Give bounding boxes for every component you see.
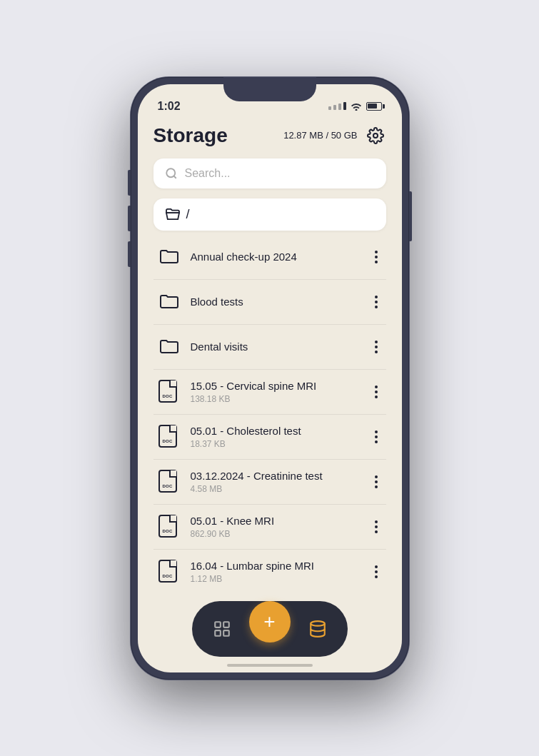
list-item[interactable]: DOC 15.05 - Cervical spine MRI 138.18 KB [153, 370, 386, 415]
svg-point-1 [166, 168, 175, 177]
svg-rect-5 [215, 630, 221, 636]
nav-pill: + [192, 601, 348, 657]
breadcrumb[interactable]: / [153, 198, 386, 231]
breadcrumb-slash: / [186, 207, 190, 222]
list-item[interactable]: Blood tests [153, 280, 386, 325]
header-right: 12.87 MB / 50 GB [283, 125, 386, 146]
file-info: 03.12.2024 - Creatinine test 4.58 MB [191, 469, 369, 495]
more-button[interactable] [369, 425, 383, 449]
search-bar[interactable]: Search... [153, 158, 386, 188]
list-item[interactable]: Dental visits [153, 325, 386, 370]
file-info: 05.01 - Cholesterol test 18.37 KB [191, 424, 369, 450]
file-info: 16.04 - Lumbar spine MRI 1.12 MB [191, 559, 369, 585]
search-icon [165, 167, 178, 180]
folder-icon [156, 289, 182, 315]
svg-point-7 [311, 621, 325, 626]
grid-icon [213, 620, 231, 638]
database-icon [308, 620, 327, 638]
svg-rect-6 [223, 630, 229, 636]
file-size: 4.58 MB [191, 484, 369, 494]
page-title: Storage [153, 124, 228, 147]
svg-line-2 [173, 176, 176, 178]
file-name: 15.05 - Cervical spine MRI [191, 379, 369, 393]
notch [223, 77, 316, 101]
add-icon: + [263, 612, 275, 632]
more-button[interactable] [369, 380, 383, 404]
more-button[interactable] [369, 290, 383, 314]
file-info: Blood tests [191, 295, 369, 309]
file-size: 1.12 MB [191, 574, 369, 584]
list-item[interactable]: DOC 16.04 - Lumbar spine MRI 1.12 MB [153, 550, 386, 594]
phone-screen: 1:02 Storage [138, 84, 402, 672]
doc-icon: DOC [156, 379, 182, 405]
file-info: 15.05 - Cervical spine MRI 138.18 KB [191, 379, 369, 405]
wifi-icon [351, 102, 362, 111]
storage-info: 12.87 MB / 50 GB [283, 130, 357, 141]
file-name: 05.01 - Cholesterol test [191, 424, 369, 438]
doc-icon: DOC [156, 514, 182, 540]
more-button[interactable] [369, 245, 383, 269]
home-indicator [138, 658, 402, 672]
more-button[interactable] [369, 470, 383, 494]
svg-rect-3 [215, 622, 221, 628]
phone-frame: 1:02 Storage [131, 77, 409, 680]
doc-icon: DOC [156, 469, 182, 495]
main-content: Storage 12.87 MB / 50 GB [138, 119, 402, 594]
more-button[interactable] [369, 335, 383, 359]
doc-icon: DOC [156, 559, 182, 585]
database-nav-button[interactable] [302, 613, 333, 645]
file-name: 03.12.2024 - Creatinine test [191, 469, 369, 483]
signal-icon [328, 102, 346, 110]
svg-point-0 [373, 133, 378, 138]
gear-icon [367, 127, 384, 144]
folder-open-icon [165, 208, 181, 221]
svg-rect-4 [223, 622, 229, 628]
folder-icon [156, 334, 182, 360]
list-item[interactable]: DOC 03.12.2024 - Creatinine test 4.58 MB [153, 460, 386, 505]
file-list: Annual check-up 2024 Blood tests [153, 235, 386, 594]
more-button[interactable] [369, 560, 383, 584]
file-size: 18.37 KB [191, 439, 369, 449]
add-button[interactable]: + [249, 601, 291, 642]
file-info: Annual check-up 2024 [191, 250, 369, 264]
home-bar [227, 664, 313, 667]
file-name: Dental visits [191, 340, 369, 354]
file-size: 862.90 KB [191, 529, 369, 539]
list-item[interactable]: DOC 05.01 - Cholesterol test 18.37 KB [153, 415, 386, 460]
list-item[interactable]: Annual check-up 2024 [153, 235, 386, 280]
doc-icon: DOC [156, 424, 182, 450]
file-info: Dental visits [191, 340, 369, 354]
file-name: Annual check-up 2024 [191, 250, 369, 264]
search-placeholder: Search... [185, 167, 231, 180]
list-item[interactable]: DOC 05.01 - Knee MRI 862.90 KB [153, 505, 386, 550]
bottom-nav: + [138, 594, 402, 658]
file-size: 138.18 KB [191, 394, 369, 404]
file-name: 16.04 - Lumbar spine MRI [191, 559, 369, 573]
status-time: 1:02 [158, 100, 181, 113]
folder-icon [156, 244, 182, 270]
grid-nav-button[interactable] [206, 613, 238, 645]
more-button[interactable] [369, 515, 383, 539]
status-icons [328, 102, 382, 111]
page-header: Storage 12.87 MB / 50 GB [153, 124, 386, 147]
file-info: 05.01 - Knee MRI 862.90 KB [191, 514, 369, 540]
file-name: Blood tests [191, 295, 369, 309]
settings-button[interactable] [365, 125, 386, 146]
battery-icon [366, 102, 382, 111]
file-name: 05.01 - Knee MRI [191, 514, 369, 528]
